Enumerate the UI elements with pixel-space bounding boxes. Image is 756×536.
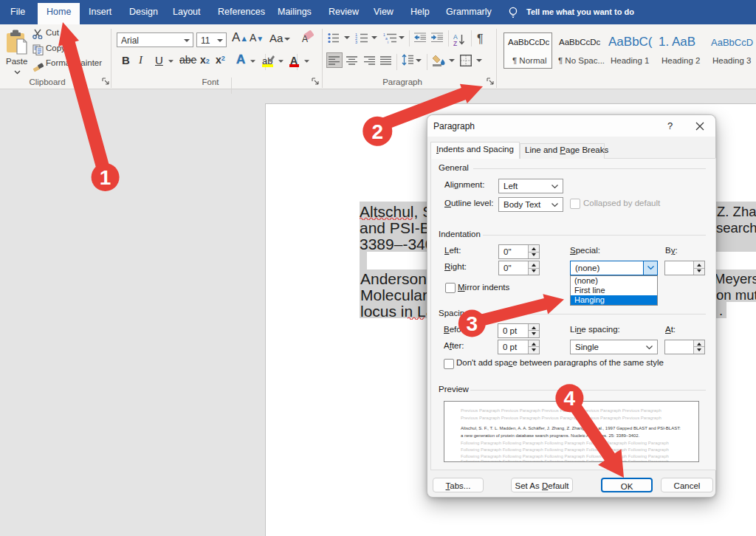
svg-text:A: A <box>302 34 308 44</box>
svg-text:i: i <box>388 40 388 44</box>
svg-text:Z: Z <box>453 40 457 47</box>
svg-text:1: 1 <box>100 166 111 189</box>
svg-text:3: 3 <box>355 40 357 44</box>
